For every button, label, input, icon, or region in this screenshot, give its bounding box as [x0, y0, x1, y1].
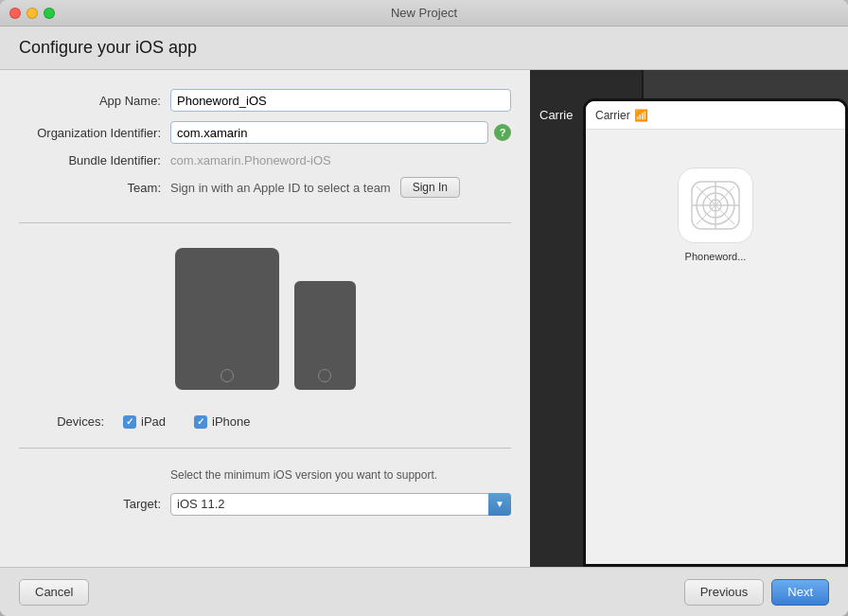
main-content: App Name: Organization Identifier: ? Bun…: [0, 70, 848, 567]
phone-front-mockup: Carrier 📶: [583, 98, 848, 567]
iphone-illustration: [294, 281, 356, 390]
target-description: Select the minimum iOS version you want …: [170, 467, 511, 484]
devices-label: Devices:: [19, 414, 114, 429]
ipad-illustration: [175, 248, 279, 390]
phone-screen: Carrier 📶: [586, 101, 845, 564]
left-panel: App Name: Organization Identifier: ? Bun…: [0, 70, 530, 567]
iphone-home-button: [318, 369, 331, 382]
devices-section: Devices: iPad iPhone: [19, 238, 511, 449]
app-name-label: App Name:: [19, 94, 170, 108]
window-title: New Project: [391, 6, 457, 20]
target-section: Select the minimum iOS version you want …: [19, 467, 511, 516]
app-icon-container: Phoneword...: [586, 130, 845, 300]
org-id-label: Organization Identifier:: [19, 126, 170, 140]
close-button[interactable]: [9, 8, 21, 19]
title-bar: New Project: [0, 0, 848, 26]
target-label: Target:: [19, 497, 170, 511]
ipad-label: iPad: [141, 414, 166, 429]
iphone-label: iPhone: [212, 414, 250, 429]
bundle-id-value: com.xamarin.Phoneword-iOS: [170, 153, 331, 167]
ipad-home-button: [221, 369, 234, 382]
ipad-checkbox-item: iPad: [123, 414, 166, 429]
checkbox-group: iPad iPhone: [123, 414, 251, 429]
window: New Project Configure your iOS app App N…: [0, 0, 848, 616]
bundle-id-label: Bundle Identifier:: [19, 153, 170, 167]
help-icon[interactable]: ?: [494, 124, 511, 141]
org-id-row: Organization Identifier: ?: [19, 121, 511, 144]
ipad-checkbox[interactable]: [123, 415, 136, 429]
cancel-button[interactable]: Cancel: [19, 579, 89, 606]
app-icon-svg: [687, 177, 744, 234]
sign-in-button[interactable]: Sign In: [400, 177, 460, 198]
target-row: Target: iOS 11.2 iOS 11.1 iOS 11.0 iOS 1…: [19, 493, 511, 516]
target-select[interactable]: iOS 11.2 iOS 11.1 iOS 11.0 iOS 10.3: [170, 493, 511, 516]
device-illustrations: [19, 238, 511, 399]
app-icon-grid: [687, 177, 744, 234]
iphone-checkbox[interactable]: [194, 415, 207, 429]
footer-right: Previous Next: [684, 579, 829, 606]
app-name-row: App Name:: [19, 89, 511, 112]
carrier-front-label: Carrier: [595, 109, 630, 122]
minimize-button[interactable]: [26, 8, 38, 19]
devices-row: Devices: iPad iPhone: [19, 414, 511, 429]
phone-status-bar: Carrier 📶: [586, 101, 845, 130]
form-section: App Name: Organization Identifier: ? Bun…: [19, 89, 511, 223]
previous-button[interactable]: Previous: [684, 579, 765, 606]
team-label: Team:: [19, 181, 170, 195]
right-panel: Carrie Carrier 📶: [530, 70, 848, 567]
app-name-label: Phoneword...: [685, 251, 747, 262]
next-button[interactable]: Next: [771, 579, 829, 606]
team-row: Team: Sign in with an Apple ID to select…: [19, 177, 511, 198]
team-sign-in-text: Sign in with an Apple ID to select a tea…: [170, 181, 391, 195]
bundle-id-row: Bundle Identifier: com.xamarin.Phoneword…: [19, 153, 511, 167]
carrier-back-label: Carrie: [539, 108, 573, 122]
window-controls: [9, 8, 55, 19]
page-title: Configure your iOS app: [19, 38, 829, 58]
org-id-input[interactable]: [170, 121, 488, 144]
iphone-checkbox-item: iPhone: [194, 414, 250, 429]
maximize-button[interactable]: [44, 8, 55, 19]
footer: Cancel Previous Next: [0, 567, 848, 616]
app-icon: [678, 167, 753, 243]
app-name-input[interactable]: [170, 89, 511, 112]
wifi-icon: 📶: [634, 109, 648, 122]
target-select-wrapper: iOS 11.2 iOS 11.1 iOS 11.0 iOS 10.3 ▼: [170, 493, 511, 516]
header-bar: Configure your iOS app: [0, 26, 848, 70]
